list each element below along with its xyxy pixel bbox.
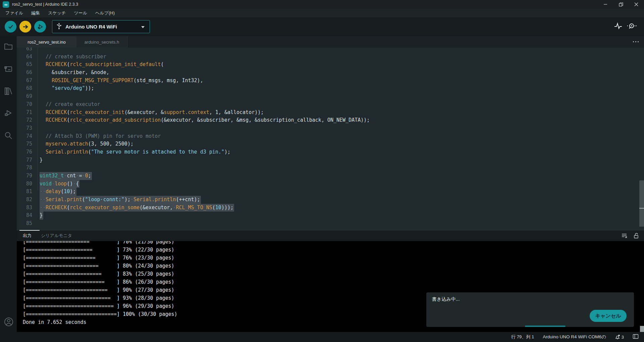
code-line: 73 xyxy=(17,124,644,132)
serial-plotter-button[interactable] xyxy=(614,22,623,32)
code-text: void·loop()·{ xyxy=(40,180,79,188)
line-number: 72 xyxy=(17,116,32,124)
code-text: myservo.attach(3, 500, 2500); xyxy=(40,140,133,148)
line-number: 85 xyxy=(17,220,32,228)
line-number: 68 xyxy=(17,84,32,93)
sketchbook-button[interactable] xyxy=(4,42,13,51)
menu-item-help[interactable]: ヘルプ(H) xyxy=(91,9,119,17)
autoscroll-lock-button[interactable] xyxy=(633,233,639,240)
account-icon xyxy=(4,317,13,327)
folder-icon xyxy=(4,42,13,50)
console-line: [===================== ] 70% (21/30 page… xyxy=(23,241,644,246)
serial-monitor-button[interactable] xyxy=(627,22,637,32)
chevron-down-icon xyxy=(141,26,145,28)
right-arrow-icon xyxy=(22,24,29,30)
panel-layout-icon xyxy=(633,334,639,339)
close-button[interactable] xyxy=(629,0,644,9)
bell-icon xyxy=(615,334,620,340)
panel-header: 出力 シリアルモニタ xyxy=(17,230,644,241)
line-number: 73 xyxy=(17,124,32,132)
console-line: [======================== ] 80% (24/30 p… xyxy=(23,262,644,270)
statusbar: 行 79、列 1 Arduino UNO R4 WiFi COM6の 3 xyxy=(0,332,644,342)
library-books-icon xyxy=(4,87,13,96)
board-selector[interactable]: Arduino UNO R4 WiFi xyxy=(52,20,150,33)
notifications-button[interactable]: 3 xyxy=(615,334,624,340)
menu-item-tools[interactable]: ツール xyxy=(70,9,91,17)
menu-item-file[interactable]: ファイル xyxy=(1,9,27,17)
upload-notification: 書き込み中... キャンセル xyxy=(426,292,634,327)
menu-item-edit[interactable]: 編集 xyxy=(27,9,44,17)
code-text: uint32_t·cnt·=·0; xyxy=(40,172,92,180)
line-number: 78 xyxy=(17,164,32,172)
editor-scrollbar[interactable] xyxy=(639,180,644,227)
minimize-button[interactable] xyxy=(598,0,613,9)
cancel-button[interactable]: キャンセル xyxy=(590,310,627,322)
code-line: 65 RCCHECK(rclc_subscription_init_defaul… xyxy=(17,61,644,69)
code-line: 69 xyxy=(17,93,644,101)
board-port-status[interactable]: Arduino UNO R4 WiFi COM6の xyxy=(543,334,606,340)
code-line: 63 xyxy=(17,48,644,53)
account-button[interactable] xyxy=(4,317,13,327)
arduino-logo-icon: ∞ xyxy=(3,1,9,8)
toggle-panel-button[interactable] xyxy=(633,334,639,340)
activity-sidebar xyxy=(0,36,17,332)
code-line: 70 // create executor xyxy=(17,101,644,109)
debug-sidebar-button[interactable] xyxy=(4,109,13,118)
titlebar: ∞ ros2_servo_test | Arduino IDE 2.3.3 xyxy=(0,0,644,9)
line-number: 74 xyxy=(17,132,32,140)
code-line: 72 RCCHECK(rclc_executor_add_subscriptio… xyxy=(17,116,644,124)
code-text: RCCHECK(rclc_executor_init(&executor, &s… xyxy=(40,109,264,117)
code-line: 84} xyxy=(17,212,644,220)
debug-icon xyxy=(37,23,44,30)
magnifier-dots-icon xyxy=(627,22,637,30)
usb-icon xyxy=(57,23,61,31)
tab-output[interactable]: 出力 xyxy=(23,233,32,239)
line-number: 65 xyxy=(17,61,32,69)
code-line: 74 // Attach D3 (PWM) pin for servo moto… xyxy=(17,132,644,140)
line-number: 70 xyxy=(17,101,32,109)
code-editor[interactable]: 6364 // create subscriber65 RCCHECK(rclc… xyxy=(17,48,644,230)
tab-serial-monitor[interactable]: シリアルモニタ xyxy=(41,233,72,239)
tab-ros2-servo-test[interactable]: ros2_servo_test.ino xyxy=(17,36,76,48)
toolbar: Arduino UNO R4 WiFi xyxy=(0,17,644,36)
tab-arduino-secrets[interactable]: arduino_secrets.h xyxy=(76,36,127,48)
line-number: 81 xyxy=(17,188,32,196)
progress-bar xyxy=(525,326,566,327)
arduino-ide-window: ∞ ros2_servo_test | Arduino IDE 2.3.3 ファ… xyxy=(0,0,644,342)
code-line: 66 &subscriber, &node, xyxy=(17,69,644,77)
code-text: } xyxy=(40,212,43,220)
line-number: 79 xyxy=(17,172,32,180)
more-actions-icon[interactable] xyxy=(633,41,639,42)
cursor-position[interactable]: 行 79、列 1 xyxy=(511,334,534,340)
code-text: // create executor xyxy=(40,101,100,109)
line-number: 71 xyxy=(17,109,32,117)
verify-button[interactable] xyxy=(5,21,16,33)
library-manager-button[interactable] xyxy=(4,87,13,96)
board-icon xyxy=(4,65,13,73)
line-number: 76 xyxy=(17,148,32,156)
console-line: [======================= ] 76% (23/30 pa… xyxy=(23,254,644,262)
code-line: 76 Serial.println("The servo motor is at… xyxy=(17,148,644,156)
code-text: ROSIDL_GET_MSG_TYPE_SUPPORT(std_msgs, ms… xyxy=(40,77,203,85)
board-selector-label: Arduino UNO R4 WiFi xyxy=(65,24,117,30)
line-number: 80 xyxy=(17,180,32,188)
line-number: 83 xyxy=(17,204,32,212)
code-text: ··delay(10); xyxy=(40,188,76,196)
clear-output-icon xyxy=(621,233,628,239)
line-number: 84 xyxy=(17,212,32,220)
line-number: 64 xyxy=(17,53,32,61)
menu-item-sketch[interactable]: スケッチ xyxy=(44,9,70,17)
code-line: 75 myservo.attach(3, 500, 2500); xyxy=(17,140,644,148)
code-text: Serial.println("The servo motor is attac… xyxy=(40,148,230,156)
upload-button[interactable] xyxy=(19,21,31,33)
line-number: 63 xyxy=(17,48,32,53)
search-button[interactable] xyxy=(4,131,13,140)
console-scrollbar[interactable] xyxy=(640,326,644,332)
code-line: 85 xyxy=(17,220,644,228)
line-number: 67 xyxy=(17,77,32,85)
restore-button[interactable] xyxy=(613,0,629,9)
boards-manager-button[interactable] xyxy=(4,64,13,74)
console-line: [========================== ] 86% (26/30… xyxy=(23,278,644,286)
clear-output-button[interactable] xyxy=(621,233,628,240)
debug-button[interactable] xyxy=(34,21,46,33)
